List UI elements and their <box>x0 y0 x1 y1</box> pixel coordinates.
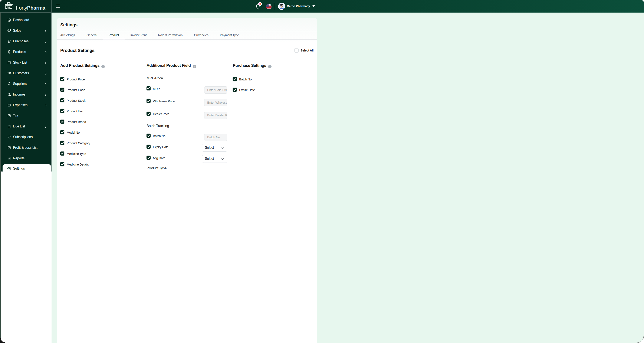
svg-text:0: 0 <box>260 3 261 5</box>
